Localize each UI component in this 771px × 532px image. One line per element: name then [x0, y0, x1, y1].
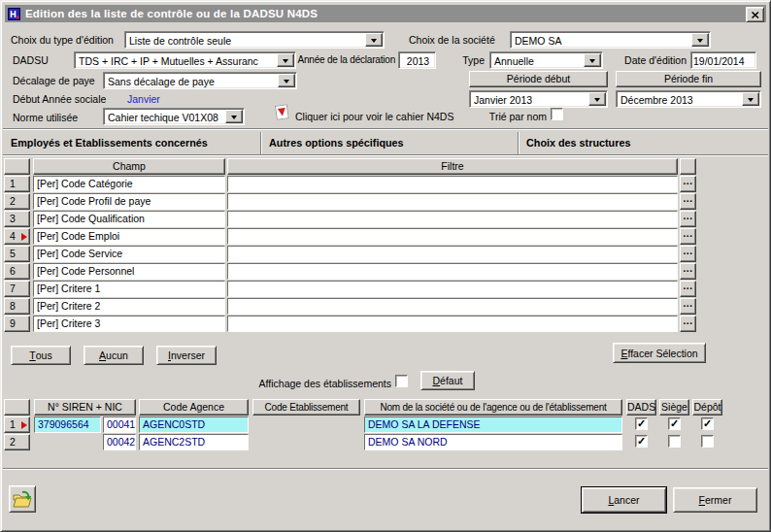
nom-field[interactable]: DEMO SA NORD [364, 434, 622, 450]
champ-field[interactable]: [Per] Code Service [33, 246, 225, 262]
inverser-button[interactable]: Inverser [156, 346, 217, 365]
row-number-cell[interactable]: 7 [4, 281, 30, 297]
champ-field[interactable]: [Per] Code Catégorie [33, 176, 225, 192]
fermer-button[interactable]: Fermer [673, 487, 757, 513]
decalage-paye-select[interactable]: Sans décalage de paye [103, 72, 297, 89]
lancer-button[interactable]: Lancer [582, 487, 666, 513]
filtre-browse-button[interactable]: ... [680, 281, 696, 297]
close-button[interactable] [746, 7, 764, 22]
filtre-browse-button[interactable]: ... [680, 211, 696, 227]
tab-choix-structures[interactable]: Choix des structures [518, 132, 768, 154]
tab-autres-options[interactable]: Autres options spécifiques [260, 132, 518, 154]
code-agence-column-header[interactable]: Code Agence [139, 399, 249, 416]
filtre-column-header[interactable]: Filtre [227, 158, 678, 175]
effacer-selection-button[interactable]: Effacer Sélection [613, 343, 706, 363]
champ-column-header[interactable]: Champ [33, 158, 225, 175]
row-number-cell[interactable]: 9 [4, 316, 30, 332]
defaut-button[interactable]: Défaut [420, 371, 475, 390]
filtre-browse-button[interactable]: ... [680, 298, 696, 315]
filtre-field[interactable] [227, 316, 678, 332]
siren-nic-column-header[interactable]: N° SIREN + NIC [34, 399, 136, 416]
siren-cell [34, 434, 101, 450]
champ-field[interactable]: [Per] Code Profil de paye [33, 193, 225, 210]
type-edition-label: Choix du type d'édition [11, 34, 114, 46]
row-number-cell[interactable]: 1 [4, 416, 30, 433]
siege-column-header[interactable]: Siège [659, 399, 689, 416]
dropdown-arrow-icon[interactable] [742, 92, 759, 106]
siege-checkbox[interactable] [668, 435, 681, 448]
code-agence-field[interactable]: AGENC2STD [139, 434, 249, 450]
nom-field[interactable]: DEMO SA LA DEFENSE [364, 416, 622, 433]
filtre-browse-button[interactable]: ... [680, 316, 696, 332]
filtre-browse-button[interactable]: ... [680, 246, 696, 262]
dadsu-select[interactable]: TDS + IRC + IP + Mutuelles + Assuranc [74, 51, 296, 69]
dropdown-arrow-icon[interactable] [588, 92, 606, 106]
periode-fin-select[interactable]: Décembre 2013 [616, 90, 761, 108]
type-edition-select[interactable]: Liste de contrôle seule [124, 31, 385, 49]
periode-debut-select[interactable]: Janvier 2013 [469, 90, 608, 108]
annee-declaration-field[interactable]: 2013 [398, 51, 436, 69]
filtre-field[interactable] [227, 281, 678, 297]
champ-field[interactable]: [Per] Critere 1 [33, 281, 225, 297]
dropdown-arrow-icon[interactable] [365, 33, 383, 47]
row-number-cell[interactable]: 2 [4, 434, 30, 450]
filtre-field[interactable] [227, 211, 678, 227]
type-select[interactable]: Annuelle [489, 51, 603, 69]
champ-field[interactable]: [Per] Code Qualification [33, 211, 225, 227]
browse-column-header [680, 158, 696, 175]
aucun-button[interactable]: Aucun [84, 346, 144, 365]
date-edition-field[interactable]: 19/01/2014 [690, 51, 756, 69]
norme-label: Norme utilisée [13, 112, 78, 123]
trie-par-nom-checkbox[interactable] [551, 108, 563, 120]
dropdown-arrow-icon[interactable] [278, 74, 295, 87]
dads-checkbox[interactable] [635, 435, 648, 448]
filtre-field[interactable] [227, 263, 678, 280]
code-agence-field[interactable]: AGENC0STD [139, 416, 249, 433]
nom-column-header[interactable]: Nom de la société ou de l'agence ou de l… [364, 399, 622, 416]
depot-checkbox[interactable] [701, 417, 714, 430]
row-number-cell[interactable]: 8 [4, 298, 30, 315]
champ-field[interactable]: [Per] Critere 2 [33, 298, 225, 315]
title-bar[interactable]: Edition des la liste de contrôle ou de l… [5, 5, 766, 22]
depot-checkbox[interactable] [701, 435, 714, 448]
row-number-cell[interactable]: 6 [4, 263, 30, 280]
siren-field[interactable]: 379096564 [34, 416, 101, 433]
societe-select[interactable]: DEMO SA [510, 31, 711, 49]
dropdown-arrow-icon[interactable] [691, 33, 709, 47]
depot-column-header[interactable]: Dépôt [692, 399, 722, 416]
filtre-browse-button[interactable]: ... [680, 193, 696, 210]
nic-field[interactable]: 00042 [103, 434, 136, 450]
row-number-cell[interactable]: 1 [4, 176, 30, 192]
dads-checkbox[interactable] [635, 417, 648, 430]
filtre-field[interactable] [227, 228, 678, 245]
affichage-etablissements-checkbox[interactable] [395, 375, 408, 387]
filter-row: 6 [Per] Code Personnel ... [3, 263, 698, 281]
champ-field[interactable]: [Per] Critere 3 [33, 316, 225, 332]
dads-cell [626, 416, 656, 433]
code-etablissement-column-header[interactable]: Code Etablissement [252, 399, 360, 416]
champ-field[interactable]: [Per] Code Emploi [33, 228, 225, 245]
row-number-cell[interactable]: 5 [4, 246, 30, 262]
row-number-cell[interactable]: 2 [4, 193, 30, 210]
row-number-cell[interactable]: 4 [4, 228, 30, 245]
dads-column-header[interactable]: DADS [626, 399, 656, 416]
siege-checkbox[interactable] [668, 417, 681, 430]
dropdown-arrow-icon[interactable] [584, 53, 601, 67]
champ-field[interactable]: [Per] Code Personnel [33, 263, 225, 280]
filtre-field[interactable] [227, 298, 678, 315]
tab-employes-etablissements[interactable]: Employés et Etablissements concernés [3, 132, 260, 154]
cahier-n4ds-link[interactable]: Cliquer ici pour voir le cahier N4DS [295, 111, 453, 122]
filtre-browse-button[interactable]: ... [680, 228, 696, 245]
dropdown-arrow-icon[interactable] [225, 110, 243, 123]
filtre-field[interactable] [227, 193, 678, 210]
nic-field[interactable]: 00041 [103, 416, 136, 433]
row-number-cell[interactable]: 3 [4, 211, 30, 227]
tous-button[interactable]: Tous [11, 346, 71, 365]
filtre-browse-button[interactable]: ... [680, 263, 696, 280]
filtre-field[interactable] [227, 246, 678, 262]
export-button[interactable] [9, 485, 36, 513]
norme-select[interactable]: Cahier techique V01X08 [103, 108, 245, 125]
filtre-browse-button[interactable]: ... [680, 176, 696, 192]
filtre-field[interactable] [227, 176, 678, 192]
pdf-icon[interactable] [275, 104, 289, 122]
